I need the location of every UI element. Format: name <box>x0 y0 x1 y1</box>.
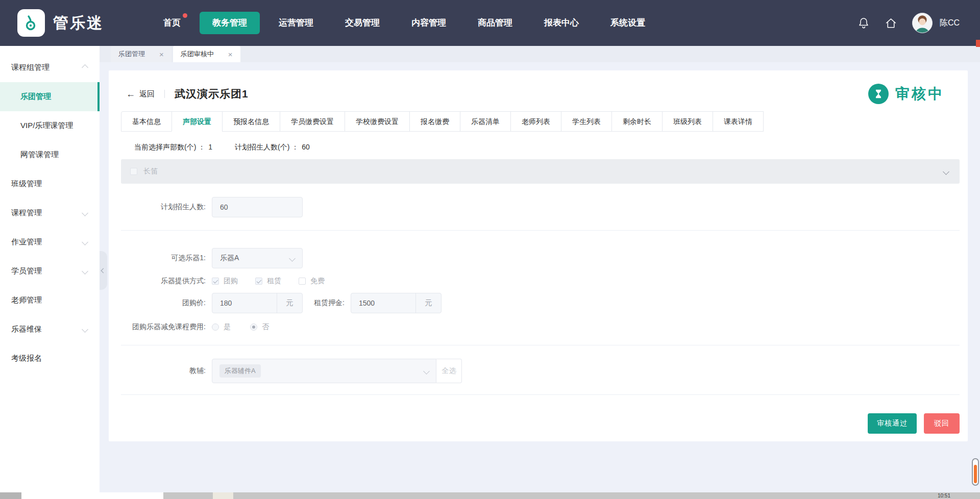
screen: 管乐迷 首页 教务管理 运营管理 交易管理 内容管理 商品管理 报表中心 系统设… <box>0 0 980 499</box>
nav-item-operations[interactable]: 运营管理 <box>266 12 326 34</box>
tab-schedule-detail[interactable]: 课表详情 <box>713 111 764 132</box>
rent-deposit-input[interactable]: 1500 元 <box>351 293 442 313</box>
checkbox-rent[interactable]: 租赁 <box>255 277 281 286</box>
teaching-aids-select[interactable]: 乐器辅件A <box>212 359 436 383</box>
sidebar-item-homework[interactable]: 作业管理 <box>0 228 100 257</box>
group-price-input[interactable]: 180 元 <box>212 293 303 313</box>
nav-item-label: 报表中心 <box>544 18 579 28</box>
checkbox-label: 租赁 <box>267 277 281 286</box>
tab-teacher-list[interactable]: 老师列表 <box>510 111 561 132</box>
brand-name: 管乐迷 <box>53 13 104 34</box>
field-label: 租赁押金: <box>303 298 351 308</box>
close-icon[interactable]: × <box>159 51 164 58</box>
tab-school-payment-settings[interactable]: 学校缴费设置 <box>345 111 410 132</box>
notification-dot <box>183 13 187 18</box>
checkbox-group-buy[interactable]: 团购 <box>212 277 238 286</box>
nav-item-label: 商品管理 <box>478 18 512 28</box>
sidebar-item-instrument-maintenance[interactable]: 乐器维保 <box>0 315 100 344</box>
content-area: 乐团管理 × 乐团审核中 × 返回 武汉演示乐团1 <box>100 46 980 492</box>
radio-icon <box>250 323 257 331</box>
sidebar-item-orchestra[interactable]: 乐团管理 <box>0 82 100 111</box>
checkbox-icon <box>255 278 262 285</box>
notification-bell-icon[interactable] <box>857 16 870 30</box>
tab-basic-info[interactable]: 基本信息 <box>121 111 172 132</box>
sidebar-item-label: 课程组管理 <box>11 63 50 72</box>
status-text: 审核中 <box>895 84 944 104</box>
input-value: 60 <box>220 203 228 211</box>
hourglass-icon <box>868 84 889 104</box>
sidebar-item-online-course[interactable]: 网管课管理 <box>0 140 100 169</box>
sidebar-item-course-group[interactable]: 课程组管理 <box>0 53 100 82</box>
reject-button[interactable]: 驳回 <box>924 413 960 434</box>
home-icon[interactable] <box>885 16 898 30</box>
app-body: 课程组管理 乐团管理 VIP/乐理课管理 网管课管理 班级管理 课程管理 作业管… <box>0 46 980 492</box>
nav-item-products[interactable]: 商品管理 <box>465 12 525 34</box>
detail-card: 返回 武汉演示乐团1 审核中 <box>109 70 968 441</box>
sidebar-collapse-handle[interactable] <box>100 251 107 290</box>
divider <box>121 230 960 231</box>
voice-part-checkbox[interactable] <box>130 168 137 175</box>
nav-item-settings[interactable]: 系统设置 <box>598 12 658 34</box>
sidebar-item-label: 学员管理 <box>11 266 42 276</box>
page-tab-orchestra[interactable]: 乐团管理 × <box>111 46 172 62</box>
stat-plan-students: 计划招生人数(个) ： 60 <box>235 143 310 152</box>
sidebar-item-label: VIP/乐理课管理 <box>20 121 73 131</box>
scroll-indicator-capsule[interactable] <box>972 458 979 486</box>
horizontal-scrollbar-thumb[interactable] <box>21 492 163 499</box>
approve-button[interactable]: 审核通过 <box>868 413 917 434</box>
chevron-down-icon <box>82 326 88 333</box>
back-label: 返回 <box>139 89 155 99</box>
sidebar-item-teacher-mgmt[interactable]: 老师管理 <box>0 286 100 315</box>
music-note-icon <box>22 14 40 32</box>
radio-no[interactable]: 否 <box>250 322 269 332</box>
scrollbar-thumb-top[interactable] <box>976 40 980 47</box>
chevron-down-icon <box>82 268 88 275</box>
sidebar-item-course-mgmt[interactable]: 课程管理 <box>0 198 100 228</box>
user-name[interactable]: 陈CC <box>940 18 960 29</box>
checkbox-free[interactable]: 免费 <box>299 277 325 286</box>
nav-item-label: 交易管理 <box>345 18 380 28</box>
checkbox-label: 免费 <box>310 277 325 286</box>
instrument-select[interactable]: 乐器A <box>212 248 303 268</box>
tab-remaining-hours[interactable]: 剩余时长 <box>611 111 663 132</box>
sidebar-item-student-mgmt[interactable]: 学员管理 <box>0 257 100 286</box>
form-row-plan-students: 计划招生人数: 60 <box>121 197 960 217</box>
tab-instrument-list[interactable]: 乐器清单 <box>460 111 511 132</box>
sidebar-item-vip-theory[interactable]: VIP/乐理课管理 <box>0 111 100 140</box>
provide-mode-group: 团购 租赁 免费 <box>212 277 325 286</box>
sidebar-item-class-mgmt[interactable]: 班级管理 <box>0 169 100 198</box>
voice-part-label: 长笛 <box>143 167 158 176</box>
tab-class-list[interactable]: 班级列表 <box>662 111 713 132</box>
top-navbar: 管乐迷 首页 教务管理 运营管理 交易管理 内容管理 商品管理 报表中心 系统设… <box>0 0 980 46</box>
sidebar-item-exam-registration[interactable]: 考级报名 <box>0 344 100 373</box>
divider <box>121 394 960 395</box>
stat-label: 当前选择声部数(个) ： <box>134 143 205 152</box>
tab-student-list[interactable]: 学生列表 <box>561 111 612 132</box>
nav-item-home[interactable]: 首页 <box>151 12 193 34</box>
avatar[interactable] <box>912 13 933 33</box>
chevron-up-icon <box>82 64 88 71</box>
chevron-down-icon[interactable] <box>943 168 949 175</box>
select-value: 乐器A <box>220 254 239 263</box>
plan-students-input[interactable]: 60 <box>212 197 303 217</box>
nav-item-reports[interactable]: 报表中心 <box>531 12 592 34</box>
nav-item-content[interactable]: 内容管理 <box>399 12 459 34</box>
unit-suffix: 元 <box>277 293 302 313</box>
tab-student-payment-settings[interactable]: 学员缴费设置 <box>280 111 345 132</box>
sidebar-item-label: 网管课管理 <box>20 150 59 160</box>
tab-pre-registration[interactable]: 预报名信息 <box>222 111 280 132</box>
nav-item-label: 内容管理 <box>411 18 446 28</box>
radio-yes[interactable]: 是 <box>212 322 231 332</box>
select-all-button[interactable]: 全选 <box>436 359 462 383</box>
close-icon[interactable]: × <box>228 51 233 58</box>
back-button[interactable]: 返回 <box>126 89 155 99</box>
page-tab-orchestra-review[interactable]: 乐团审核中 × <box>173 46 240 62</box>
tab-registration-payment[interactable]: 报名缴费 <box>409 111 460 132</box>
tab-voice-settings[interactable]: 声部设置 <box>172 111 223 132</box>
nav-item-transactions[interactable]: 交易管理 <box>332 12 393 34</box>
form-row-provide-mode: 乐器提供方式: 团购 租赁 <box>121 277 960 286</box>
radio-label: 否 <box>262 322 269 332</box>
nav-item-academic[interactable]: 教务管理 <box>200 12 260 34</box>
status-badge: 审核中 <box>868 84 944 104</box>
voice-part-panel[interactable]: 长笛 <box>121 159 960 184</box>
